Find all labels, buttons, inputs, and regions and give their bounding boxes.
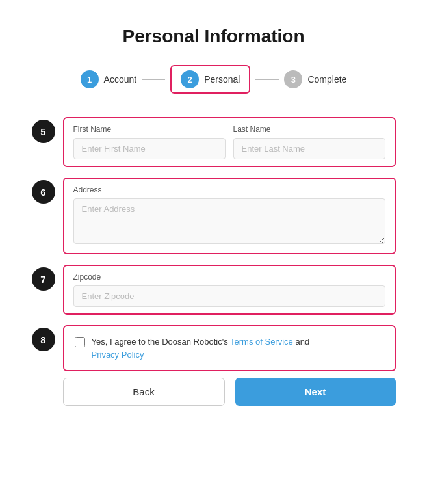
page-title: Personal Information [122,26,304,47]
field-row-6: 6 Address [32,178,396,254]
field-row-5: 5 First Name Last Name [32,117,396,167]
field-row-7: 7 Zipcode [32,265,396,315]
back-button[interactable]: Back [63,378,225,406]
form-area: 5 First Name Last Name 6 Address 7 Z [32,117,396,371]
button-row: Back Next [32,378,396,406]
last-name-label: Last Name [233,125,385,134]
address-label: Address [73,185,385,194]
step-3-circle: 3 [284,70,302,88]
zipcode-field-box: Zipcode [63,265,396,315]
step-2-label: Personal [204,74,240,85]
field-number-8: 8 [32,328,55,351]
terms-text: Yes, I agree to the Doosan Robotic's Ter… [92,336,310,361]
field-number-5: 5 [32,120,55,143]
address-field-box: Address [63,178,396,254]
step-1-circle: 1 [81,70,99,88]
stepper: 1 Account 2 Personal 3 Complete [81,65,347,94]
step-complete: 3 Complete [284,70,346,88]
zipcode-input[interactable] [73,285,385,307]
name-field-box: First Name Last Name [63,117,396,167]
name-inputs-row: First Name Last Name [73,125,385,159]
first-name-input[interactable] [73,138,226,159]
step-personal: 2 Personal [170,65,250,94]
field-number-7: 7 [32,267,55,291]
field-number-6: 6 [32,180,55,204]
next-button[interactable]: Next [235,378,396,406]
step-1-label: Account [104,74,137,85]
terms-checkbox[interactable] [75,337,85,347]
last-name-input[interactable] [233,138,385,159]
first-name-label: First Name [73,125,226,134]
zipcode-label: Zipcode [73,272,385,282]
terms-checkbox-box: Yes, I agree to the Doosan Robotic's Ter… [63,325,396,371]
step-connector-1 [142,79,165,80]
step-account: 1 Account [81,70,137,88]
address-input[interactable] [73,198,385,244]
field-row-8: 8 Yes, I agree to the Doosan Robotic's T… [32,325,396,371]
privacy-policy-link[interactable]: Privacy Policy [92,350,144,360]
terms-of-service-link[interactable]: Terms of Service [230,337,293,347]
step-3-label: Complete [307,74,346,85]
step-2-circle: 2 [181,70,199,88]
step-connector-2 [255,79,279,80]
